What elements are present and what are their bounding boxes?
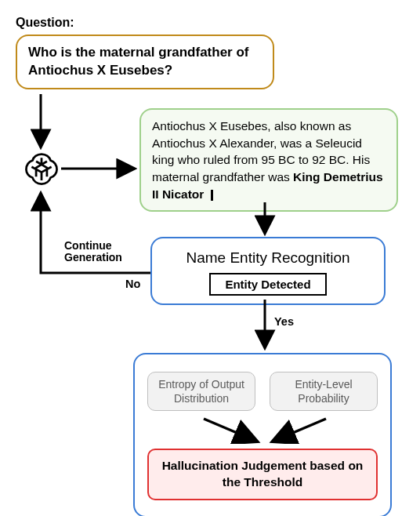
arrows-layer <box>16 94 407 353</box>
judge-input-entropy: Entropy of Output Distribution <box>147 372 255 411</box>
svg-line-4 <box>204 419 255 441</box>
question-text: Who is the maternal grandfather of Antio… <box>28 45 248 78</box>
judge-arrows-icon <box>147 417 382 444</box>
judge-input-entity-prob: Entity-Level Probability <box>270 372 378 411</box>
branch-yes-label: Yes <box>274 315 294 328</box>
branch-no-label: No <box>125 278 140 290</box>
section-label: Question: <box>16 16 404 30</box>
svg-line-5 <box>274 419 326 441</box>
judge-result: Hallucination Judgement based on the Thr… <box>147 449 378 500</box>
question-box: Who is the maternal grandfather of Antio… <box>16 35 274 89</box>
judge-box: Entropy of Output Distribution Entity-Le… <box>133 353 392 516</box>
continue-generation-label: Continue Generation <box>64 240 127 264</box>
